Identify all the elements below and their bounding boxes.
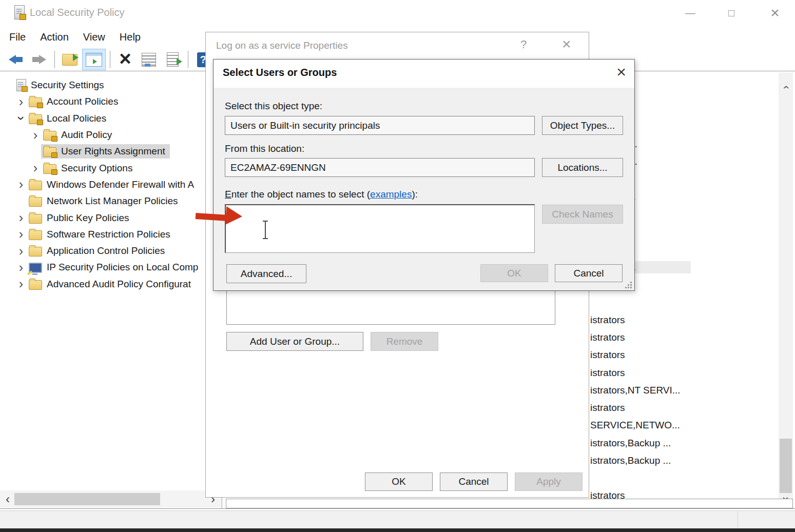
list-item[interactable]: istrators xyxy=(589,364,691,381)
tree-item-icon xyxy=(29,230,42,240)
tree-item-row-body: Account Policies xyxy=(27,94,123,109)
tree-item-label: Security Options xyxy=(61,163,132,174)
tree-item-icon xyxy=(29,247,42,257)
vertical-scrollbar[interactable]: › › xyxy=(779,72,793,508)
show-console-tree-icon[interactable] xyxy=(82,49,106,70)
expander-chevron-icon[interactable] xyxy=(15,245,27,258)
label-suffix: ): xyxy=(412,189,418,200)
tree-item-label: Account Policies xyxy=(47,96,118,107)
properties-cancel-button[interactable]: Cancel xyxy=(440,472,508,491)
tree-item[interactable]: Account Policies xyxy=(0,93,222,110)
text-cursor-icon xyxy=(261,220,269,240)
menu-item[interactable]: Help xyxy=(112,31,148,43)
toolbar-separator[interactable] xyxy=(107,49,113,70)
properties-icon[interactable] xyxy=(138,49,160,70)
export-folder-icon[interactable] xyxy=(59,49,81,70)
tree-item-label: Local Policies xyxy=(47,113,106,124)
list-item[interactable]: istrators xyxy=(589,346,691,364)
properties-ok-button[interactable]: OK xyxy=(365,472,433,491)
tree-item-icon xyxy=(16,79,26,91)
expander-chevron-icon[interactable] xyxy=(15,95,27,108)
expander-chevron-icon[interactable] xyxy=(30,129,41,142)
close-button[interactable]: × xyxy=(759,0,791,26)
expander-chevron-icon[interactable] xyxy=(15,228,27,241)
title-bar: Local Security Policy — □ × xyxy=(0,0,795,26)
expander-chevron-icon[interactable] xyxy=(30,162,41,174)
menu-item[interactable]: File xyxy=(2,31,33,43)
window-title: Local Security Policy xyxy=(30,7,125,18)
tree-item-icon xyxy=(43,131,56,141)
list-item[interactable]: istrators,Backup ... xyxy=(589,452,691,469)
select-users-or-groups-dialog: Select Users or Groups × Select this obj… xyxy=(213,59,635,291)
tree-item[interactable]: Advanced Audit Policy Configurat xyxy=(0,276,222,292)
object-names-input[interactable] xyxy=(225,204,535,253)
dialog-help-icon[interactable]: ? xyxy=(520,38,527,51)
scroll-left-icon[interactable]: ‹ xyxy=(1,490,14,508)
object-types-button[interactable]: Object Types... xyxy=(542,116,623,135)
minimize-button[interactable]: — xyxy=(674,0,707,26)
tree-item-label: Public Key Policies xyxy=(47,212,129,224)
list-item[interactable]: istrators xyxy=(589,311,691,329)
examples-link[interactable]: examples xyxy=(370,189,412,200)
tree-item-row-body: Application Control Policies xyxy=(27,244,169,258)
tree-item[interactable]: User Rights Assignment xyxy=(0,143,222,160)
expander-chevron-icon[interactable] xyxy=(15,112,27,125)
menu-item[interactable]: Action xyxy=(33,31,76,43)
tree-horizontal-scrollbar[interactable]: ‹ › xyxy=(0,490,222,508)
toolbar-separator[interactable] xyxy=(185,49,191,70)
from-location-field: EC2AMAZ-69ENNGN xyxy=(225,158,535,177)
tree-item-icon xyxy=(29,97,42,107)
tree-item-icon xyxy=(43,147,56,157)
expander-chevron-icon[interactable] xyxy=(15,178,27,191)
resize-grip[interactable] xyxy=(626,282,632,288)
dialog-close-icon[interactable]: × xyxy=(562,35,571,53)
assigned-users-listbox[interactable] xyxy=(226,288,555,325)
select-cancel-button[interactable]: Cancel xyxy=(555,264,623,282)
tree-item[interactable]: Audit Policy xyxy=(0,127,222,143)
list-item[interactable]: SERVICE,NETWO... xyxy=(589,417,691,434)
tree-item[interactable]: Security Options xyxy=(0,160,222,176)
list-item[interactable]: istrators xyxy=(589,329,691,346)
list-item-text: istrators xyxy=(589,314,628,326)
dialog-title: Select Users or Groups xyxy=(223,67,337,78)
dialog-close-icon[interactable]: × xyxy=(616,63,626,82)
enter-object-names-label: Enter the object names to select (exampl… xyxy=(225,189,418,200)
tree-item-icon xyxy=(29,280,42,290)
expander-chevron-icon[interactable] xyxy=(15,261,27,274)
expander-chevron-icon[interactable] xyxy=(15,278,27,290)
list-horizontal-scrollbar[interactable] xyxy=(226,499,793,508)
list-item[interactable] xyxy=(589,293,691,311)
tree-item-icon xyxy=(29,181,42,190)
tree-item[interactable]: Network List Manager Policies xyxy=(0,193,222,209)
vertical-scrollbar-thumb[interactable] xyxy=(780,439,792,493)
list-item[interactable]: istrators,Backup ... xyxy=(589,435,691,452)
scroll-up-icon[interactable]: › xyxy=(779,80,792,94)
list-item[interactable]: istrators,NT SERVI... xyxy=(589,382,691,399)
tree-item[interactable]: Local Policies xyxy=(0,110,222,127)
tree-item[interactable]: Application Control Policies xyxy=(0,243,222,259)
forward-icon[interactable] xyxy=(28,49,50,70)
expander-chevron-icon[interactable] xyxy=(15,211,27,224)
tree-item[interactable]: IP Security Policies on Local Comp xyxy=(0,259,222,275)
tree-item[interactable]: Security Settings xyxy=(0,77,222,93)
tree-item[interactable]: Windows Defender Firewall with A xyxy=(0,176,222,193)
remove-button: Remove xyxy=(371,332,438,351)
locations-button[interactable]: Locations... xyxy=(542,158,623,177)
maximize-button[interactable]: □ xyxy=(715,0,748,26)
tree-item-row-body: Audit Policy xyxy=(41,128,117,142)
tree-item-label: Windows Defender Firewall with A xyxy=(47,179,194,190)
list-item[interactable]: istrators xyxy=(589,399,691,417)
tree-horizontal-scrollbar-thumb[interactable] xyxy=(14,493,160,505)
back-icon[interactable] xyxy=(4,49,27,70)
list-item[interactable] xyxy=(589,469,691,487)
tree-item-icon xyxy=(29,197,42,207)
tree: Security Settings Account Policies xyxy=(0,77,222,292)
delete-icon[interactable] xyxy=(114,49,137,70)
tree-item[interactable]: Public Key Policies xyxy=(0,209,222,226)
toolbar-separator[interactable] xyxy=(51,49,57,70)
export-list-icon[interactable] xyxy=(161,49,184,70)
advanced-button[interactable]: Advanced... xyxy=(226,264,306,283)
menu-item[interactable]: View xyxy=(76,31,112,43)
tree-item[interactable]: Software Restriction Policies xyxy=(0,226,222,243)
add-user-or-group-button[interactable]: Add User or Group... xyxy=(226,332,363,351)
